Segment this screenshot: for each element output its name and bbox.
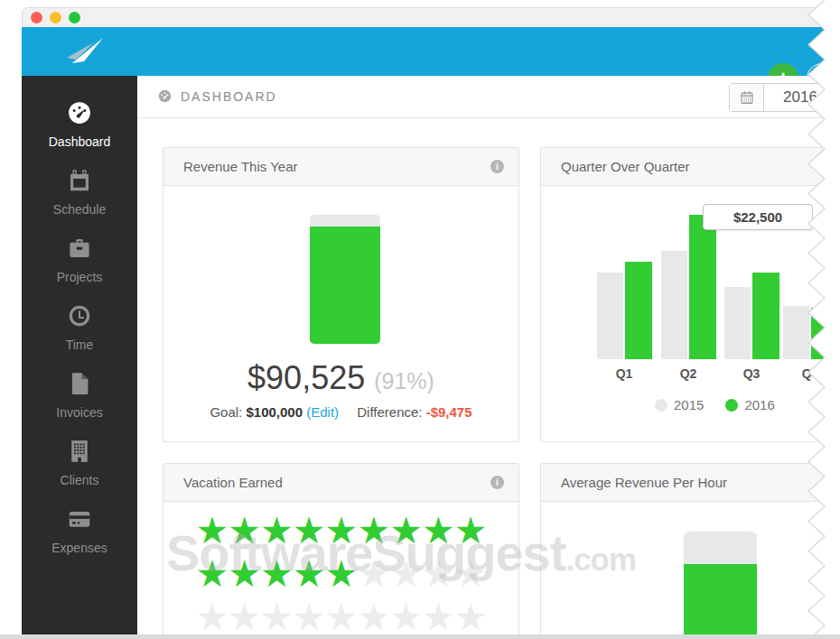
calendar-icon [66,167,93,202]
briefcase-icon [66,235,93,270]
difference-label: Difference: [357,404,422,420]
star-empty-icon: ★ [357,597,389,638]
bar-2015-q3 [724,287,751,359]
arph-fill [684,564,757,638]
chart-tooltip: $22,500 [703,204,813,230]
star-empty-icon: ★ [293,597,325,638]
arph-bar [684,532,757,638]
card-vacation-earned: Vacation Earned i ★★★★★★★★★★★★★★★★★★★★★★… [163,463,519,639]
legend-dot-icon [725,399,738,412]
star-empty-icon: ★ [422,597,454,638]
star-empty-icon: ★ [228,597,260,638]
sidebar-item-dashboard[interactable]: Dashboard [22,90,137,158]
page-topbar: DASHBOARD 2016 [137,76,840,118]
star-empty-icon: ★ [454,597,487,638]
bar-2016-q3 [752,273,779,359]
goal-value: $100,000 [246,404,303,420]
sidebar-item-label: Clients [61,473,99,487]
difference-value: -$9,475 [426,404,472,420]
star-earned-icon: ★ [196,553,229,595]
zoom-light[interactable] [69,12,80,23]
calendar-icon[interactable] [730,84,764,111]
sidebar-item-label: Schedule [53,202,106,217]
bar-2015-q1 [597,273,623,359]
credit-card-icon [66,505,93,541]
sidebar-item-label: Projects [57,270,103,284]
sidebar-item-label: Expenses [51,541,107,555]
axis-label-q4: Q4 [779,366,840,381]
goal-label: Goal: [210,404,242,420]
card-header: Vacation Earned i [163,464,518,502]
star-empty-icon: ★ [196,597,229,638]
revenue-goal-line: Goal: $100,000 (Edit) Difference: -$9,47… [163,404,518,420]
star-empty-icon: ★ [357,553,389,595]
card-title: Average Revenue Per Hour [561,475,727,490]
traffic-lights [31,12,80,23]
card-average-revenue-per-hour: Average Revenue Per Hour [540,463,835,639]
star-empty-icon: ★ [389,553,422,595]
card-header: Quarter Over Quarter [541,148,835,186]
bar-2016-q4 [811,308,838,359]
amount-value: $90,525 [247,359,365,396]
card-title: Quarter Over Quarter [561,159,690,174]
sidebar-item-projects[interactable]: Projects [22,226,137,293]
info-icon[interactable]: i [490,476,504,489]
page-title: DASHBOARD [181,89,277,104]
sidebar-item-schedule[interactable]: Schedule [22,158,137,226]
bar-2016-q2 [689,215,716,359]
legend-dot-icon [655,399,667,412]
window-bottom-edge [0,634,840,639]
sidebar-item-label: Dashboard [49,134,111,149]
gauge-icon [157,88,173,104]
star-empty-icon: ★ [325,597,358,638]
card-header: Revenue This Year i [163,148,518,186]
sidebar-item-clients[interactable]: Clients [22,429,137,496]
star-earned-icon: ★ [325,510,358,551]
building-icon [66,438,93,473]
chart-legend: 20152016 [655,397,775,412]
amount-percent: (91%) [374,368,434,394]
star-row: ★★★★★★★★★ [163,596,518,639]
star-row: ★★★★★★★★★ [163,509,518,552]
card-revenue-this-year: Revenue This Year i $90,525 (91%) Goal: … [163,147,519,442]
star-empty-icon: ★ [454,553,487,595]
gauge-icon [66,99,93,134]
year-selector[interactable]: 2016 [729,83,837,112]
breadcrumb: DASHBOARD [157,88,277,104]
star-earned-icon: ★ [228,510,260,551]
axis-label-q3: Q3 [720,366,783,381]
star-earned-icon: ★ [293,553,325,595]
legend-item-2015: 2015 [655,397,704,412]
star-earned-icon: ★ [454,510,487,551]
info-icon[interactable]: i [490,160,504,173]
minimize-light[interactable] [50,12,61,23]
axis-label-q2: Q2 [657,366,720,381]
card-title: Vacation Earned [183,475,283,490]
app-window: + ⚙ DashboardScheduleProjectsTimeInvoice… [0,0,840,639]
star-empty-icon: ★ [260,597,293,638]
card-quarter-over-quarter: Quarter Over Quarter Q1Q2Q3Q4 $22,500 20… [540,147,835,442]
edit-goal-link[interactable]: (Edit) [306,404,339,420]
axis-label-q1: Q1 [593,366,656,381]
sidebar-item-invoices[interactable]: Invoices [22,361,137,429]
star-earned-icon: ★ [389,510,422,551]
sidebar-item-expenses[interactable]: Expenses [22,496,137,564]
sidebar-nav: DashboardScheduleProjectsTimeInvoicesCli… [22,76,137,639]
bar-2015-q4 [783,306,809,359]
star-earned-icon: ★ [422,510,454,551]
app-header: + ⚙ [22,27,840,76]
legend-label: 2016 [744,397,774,412]
close-light[interactable] [31,12,42,23]
bar-2015-q2 [661,251,687,359]
year-value[interactable]: 2016 [764,84,836,111]
star-earned-icon: ★ [357,510,389,551]
sidebar-item-label: Time [66,338,94,352]
clock-icon [66,302,93,338]
legend-label: 2015 [674,397,704,412]
star-row: ★★★★★★★★★ [163,552,518,596]
star-earned-icon: ★ [260,553,293,595]
star-empty-icon: ★ [422,553,454,595]
bar-2016-q1 [625,262,652,359]
star-earned-icon: ★ [293,510,325,551]
sidebar-item-time[interactable]: Time [22,293,137,361]
